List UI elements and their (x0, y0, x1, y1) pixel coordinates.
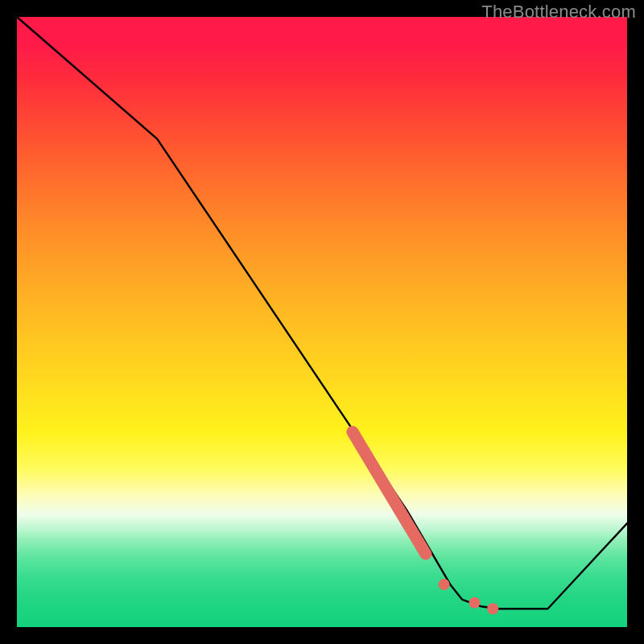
highlight-dots (439, 579, 499, 614)
highlight-dot (439, 579, 450, 590)
chart-plot-area (17, 17, 627, 627)
bottleneck-curve (17, 17, 627, 609)
watermark-label: TheBottleneck.com (481, 2, 636, 23)
highlight-dot (487, 603, 498, 614)
chart-frame: TheBottleneck.com (0, 0, 644, 644)
highlight-segment (353, 431, 426, 554)
highlight-dot (469, 597, 481, 609)
chart-overlay (17, 17, 627, 627)
